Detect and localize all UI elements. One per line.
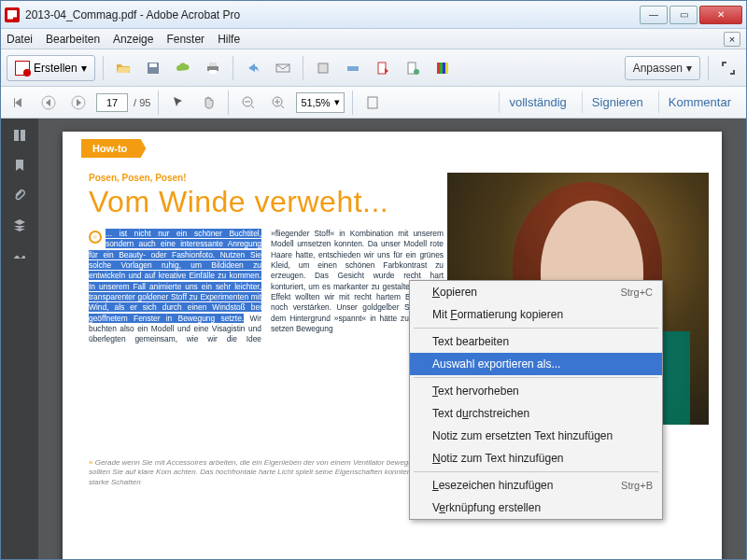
zoom-out-icon[interactable] xyxy=(236,91,261,115)
page-count: 95 xyxy=(139,97,150,108)
svg-point-10 xyxy=(414,69,419,75)
svg-rect-19 xyxy=(368,97,377,108)
menu-file[interactable]: Datei xyxy=(7,33,33,46)
next-page-icon[interactable] xyxy=(66,91,91,115)
pages-panel-icon[interactable] xyxy=(10,126,29,145)
menubar-close-icon[interactable]: × xyxy=(724,32,740,47)
dropcap-icon xyxy=(89,231,102,244)
ctx-replace-note[interactable]: Notiz zum ersetzten Text hinzufügen xyxy=(410,425,662,447)
open-icon[interactable] xyxy=(111,56,135,80)
ctx-copy[interactable]: KopierenStrg+C xyxy=(410,281,662,303)
prev-page-icon[interactable] xyxy=(36,91,61,115)
nav-rail xyxy=(1,119,38,559)
svg-rect-1 xyxy=(149,63,157,67)
mail-icon[interactable] xyxy=(271,56,295,80)
close-button[interactable]: ✕ xyxy=(699,6,742,24)
photo-caption: Gerade wenn Sie mit Accessoires arbeiten… xyxy=(89,458,444,487)
bookmark-panel-icon[interactable] xyxy=(10,156,29,175)
menu-view[interactable]: Anzeige xyxy=(113,33,153,46)
selected-text[interactable]: ... ist nicht nur ein schöner Buchtitel,… xyxy=(89,229,261,323)
print-icon[interactable] xyxy=(201,56,225,80)
zoom-in-icon[interactable] xyxy=(266,91,290,115)
toolbar-main: Erstellen ▾ Anpassen ▾ xyxy=(1,49,746,87)
customize-label: Anpassen xyxy=(633,62,683,75)
cloud-print-icon[interactable] xyxy=(341,56,365,80)
attachment-panel-icon[interactable] xyxy=(10,186,29,204)
svg-rect-11 xyxy=(437,63,440,74)
menu-edit[interactable]: Bearbeiten xyxy=(46,33,100,46)
create-label: Erstellen xyxy=(34,62,78,75)
context-menu: KopierenStrg+C Mit Formatierung kopieren… xyxy=(409,280,663,520)
titlebar: 2013-04_Commag.pdf - Adobe Acrobat Pro —… xyxy=(1,1,746,29)
ctx-export-selection[interactable]: Auswahl exportieren als... xyxy=(410,353,662,375)
section-tab: How-to xyxy=(81,139,146,158)
save-icon[interactable] xyxy=(141,56,165,80)
ctx-create-link[interactable]: Verknüpfung erstellen xyxy=(410,497,662,519)
chevron-down-icon: ▾ xyxy=(686,62,692,75)
maximize-button[interactable]: ▭ xyxy=(669,6,698,24)
hand-tool-icon[interactable] xyxy=(196,91,220,115)
ctx-add-bookmark[interactable]: Lesezeichen hinzufügenStrg+B xyxy=(410,474,662,497)
svg-rect-6 xyxy=(318,63,328,73)
svg-rect-3 xyxy=(209,63,217,66)
article-headline: Vom Winde verweht... xyxy=(89,185,444,219)
export-pdf-icon[interactable] xyxy=(371,56,395,80)
pdf-create-icon xyxy=(15,61,30,76)
panel-sign[interactable]: Signieren xyxy=(582,91,653,113)
menu-help[interactable]: Hilfe xyxy=(218,33,240,46)
page-input[interactable] xyxy=(96,93,128,112)
scan-icon[interactable] xyxy=(311,56,335,80)
svg-rect-14 xyxy=(445,63,448,74)
svg-rect-20 xyxy=(14,130,19,141)
create-button[interactable]: Erstellen ▾ xyxy=(7,55,95,81)
ctx-copy-formatting[interactable]: Mit Formatierung kopieren xyxy=(410,303,662,326)
zoom-value: 51,5% xyxy=(301,97,330,108)
menubar: Datei Bearbeiten Anzeige Fenster Hilfe × xyxy=(1,29,746,49)
svg-rect-12 xyxy=(440,63,443,74)
zoom-combo[interactable]: 51,5%▾ xyxy=(296,92,344,113)
article-kicker: Posen, Posen, Posen! xyxy=(89,173,444,183)
cloud-icon[interactable] xyxy=(171,56,195,80)
rainbow-icon[interactable] xyxy=(430,56,455,80)
fullscreen-icon[interactable] xyxy=(716,56,740,80)
ctx-highlight[interactable]: Text hervorheben xyxy=(410,380,662,402)
signatures-panel-icon[interactable] xyxy=(10,245,29,264)
select-tool-icon[interactable] xyxy=(166,91,190,115)
svg-rect-13 xyxy=(443,63,445,74)
edit-pdf-icon[interactable] xyxy=(401,56,425,80)
ctx-strikethrough[interactable]: Text durchstreichen xyxy=(410,402,662,425)
svg-rect-7 xyxy=(347,66,359,71)
chevron-down-icon: ▾ xyxy=(334,96,340,108)
minimize-button[interactable]: — xyxy=(640,6,668,24)
window-title: 2013-04_Commag.pdf - Adobe Acrobat Pro xyxy=(25,8,640,21)
customize-button[interactable]: Anpassen ▾ xyxy=(625,56,700,80)
fit-width-icon[interactable] xyxy=(360,91,385,115)
ctx-add-note[interactable]: Notiz zum Text hinzufügen xyxy=(410,447,662,469)
toolbar-nav: / 95 51,5%▾ vollständig Signieren Kommen… xyxy=(1,87,746,119)
article-body[interactable]: ... ist nicht nur ein schöner Buchtitel,… xyxy=(89,229,444,345)
layers-panel-icon[interactable] xyxy=(10,216,29,234)
svg-rect-8 xyxy=(378,63,386,74)
ctx-edit-text[interactable]: Text bearbeiten xyxy=(410,330,662,353)
svg-rect-21 xyxy=(21,130,25,141)
svg-rect-4 xyxy=(209,70,217,74)
panel-comment[interactable]: Kommentar xyxy=(658,91,740,113)
first-page-icon[interactable] xyxy=(7,91,31,115)
menu-window[interactable]: Fenster xyxy=(166,33,204,46)
share-icon[interactable] xyxy=(241,56,265,80)
chevron-down-icon: ▾ xyxy=(81,62,87,75)
panel-full[interactable]: vollständig xyxy=(499,91,575,113)
acrobat-icon xyxy=(5,7,20,22)
